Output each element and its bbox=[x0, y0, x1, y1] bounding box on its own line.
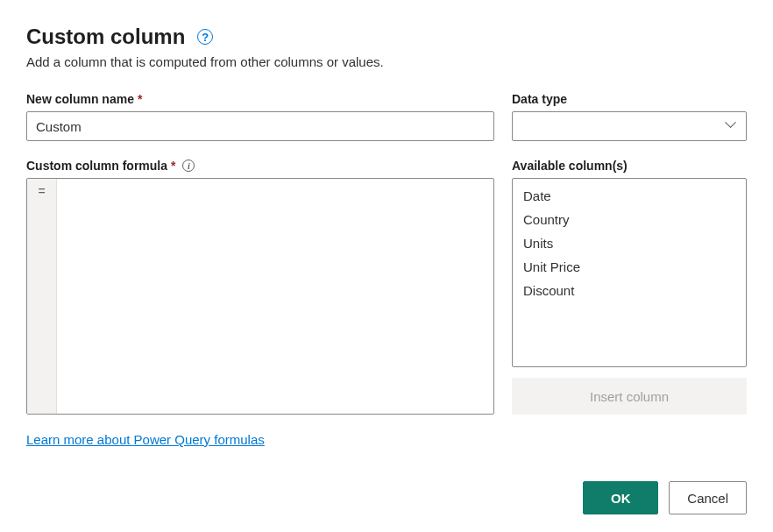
list-item[interactable]: Date bbox=[513, 184, 746, 208]
data-type-field: Data type bbox=[512, 92, 747, 141]
formula-label: Custom column formula * i bbox=[26, 159, 494, 173]
column-name-label: New column name * bbox=[26, 92, 494, 106]
formula-section: Custom column formula * i = Learn more a… bbox=[26, 159, 494, 448]
available-columns-label-text: Available column(s) bbox=[512, 159, 628, 173]
insert-column-button[interactable]: Insert column bbox=[512, 378, 747, 415]
data-type-dropdown[interactable] bbox=[512, 111, 747, 141]
data-type-label: Data type bbox=[512, 92, 747, 106]
column-name-field: New column name * bbox=[26, 92, 494, 141]
top-fields-row: New column name * Data type bbox=[26, 92, 747, 141]
column-name-label-text: New column name bbox=[26, 92, 134, 106]
help-icon[interactable]: ? bbox=[197, 29, 213, 45]
formula-row: Custom column formula * i = Learn more a… bbox=[26, 159, 747, 448]
list-item[interactable]: Discount bbox=[513, 279, 746, 302]
dialog-footer: OK Cancel bbox=[26, 481, 747, 514]
available-columns-section: Available column(s) Date Country Units U… bbox=[512, 159, 747, 448]
required-asterisk: * bbox=[171, 159, 175, 173]
list-item[interactable]: Country bbox=[513, 208, 746, 231]
ok-button[interactable]: OK bbox=[583, 481, 658, 514]
dialog-subtitle: Add a column that is computed from other… bbox=[26, 54, 747, 69]
formula-gutter: = bbox=[27, 179, 57, 414]
formula-content[interactable] bbox=[57, 179, 493, 414]
dialog-header: Custom column ? bbox=[26, 25, 747, 49]
formula-label-text: Custom column formula bbox=[26, 159, 167, 173]
required-asterisk: * bbox=[138, 92, 142, 106]
data-type-label-text: Data type bbox=[512, 92, 567, 106]
dialog-title: Custom column bbox=[26, 25, 185, 49]
learn-more-link[interactable]: Learn more about Power Query formulas bbox=[26, 432, 265, 447]
cancel-button[interactable]: Cancel bbox=[669, 481, 747, 514]
available-columns-label: Available column(s) bbox=[512, 159, 747, 173]
list-item[interactable]: Unit Price bbox=[513, 255, 746, 279]
info-icon[interactable]: i bbox=[182, 160, 195, 172]
formula-editor[interactable]: = bbox=[26, 178, 494, 415]
list-item[interactable]: Units bbox=[513, 231, 746, 255]
available-columns-list[interactable]: Date Country Units Unit Price Discount bbox=[512, 178, 747, 367]
column-name-input[interactable] bbox=[26, 111, 494, 141]
chevron-down-icon bbox=[727, 121, 737, 131]
